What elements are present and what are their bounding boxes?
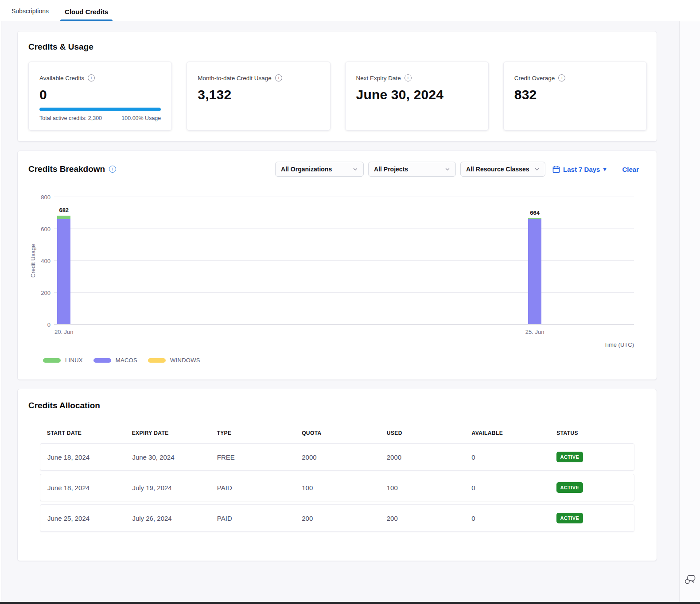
cell-quota: 200 — [295, 515, 379, 522]
credits-breakdown-section: Credits Breakdown All Organizations All … — [17, 151, 657, 380]
mtd-usage-card: Month-to-date Credit Usage 3,132 — [187, 62, 330, 131]
bottom-edge — [0, 602, 700, 604]
credits-allocation-section: Credits Allocation START DATE EXPIRY DAT… — [17, 389, 657, 561]
credit-overage-value: 832 — [514, 87, 636, 102]
main-content: Credits & Usage Available Credits 0 Tota… — [1, 21, 679, 602]
mtd-usage-value: 3,132 — [198, 87, 319, 102]
available-credits-label: Available Credits — [39, 75, 84, 81]
col-used: USED — [380, 430, 465, 436]
cell-available: 0 — [464, 453, 549, 461]
chart-bar-25-jun[interactable]: 664 — [528, 218, 541, 324]
available-credits-value: 0 — [39, 87, 161, 102]
cell-start-date: June 18, 2024 — [40, 484, 125, 492]
y-tick-label: 800 — [41, 194, 51, 201]
chart-y-axis-title: Credit Usage — [28, 197, 37, 325]
chart-legend: LINUX MACOS WINDOWS — [43, 357, 646, 364]
x-tick — [535, 325, 535, 327]
bar-total-label: 664 — [530, 209, 540, 216]
chevron-down-icon — [353, 166, 358, 172]
tab-subscriptions[interactable]: Subscriptions — [10, 8, 51, 21]
macos-swatch — [93, 358, 111, 363]
credit-overage-label: Credit Overage — [514, 75, 555, 81]
available-credits-card: Available Credits 0 Total active credits… — [28, 62, 172, 131]
legend-item-macos[interactable]: MACOS — [93, 357, 137, 364]
cell-start-date: June 18, 2024 — [40, 453, 125, 461]
chart-filters: All Organizations All Projects All Resou… — [275, 162, 646, 177]
cell-type: PAID — [210, 484, 295, 492]
projects-filter-dropdown[interactable]: All Projects — [368, 162, 456, 177]
chart-plot: 20. Jun68225. Jun664 — [54, 197, 634, 325]
x-tick — [64, 325, 64, 327]
credit-overage-card: Credit Overage 832 — [503, 62, 647, 131]
bar-segment-linux — [57, 216, 70, 220]
chart-x-axis-title: Time (UTC) — [28, 341, 634, 348]
next-expiry-value: June 30, 2024 — [356, 87, 478, 102]
credits-usage-title: Credits & Usage — [28, 42, 647, 52]
y-tick-label: 600 — [41, 226, 51, 232]
date-range-value: Last 7 Days — [563, 166, 600, 173]
gridline — [54, 228, 634, 229]
tab-cloud-credits[interactable]: Cloud Credits — [63, 8, 110, 21]
chevron-down-icon — [534, 166, 540, 172]
bar-segment-macos — [57, 219, 70, 324]
bar-total-label: 682 — [59, 207, 69, 213]
organizations-filter-dropdown[interactable]: All Organizations — [275, 162, 364, 177]
tab-bar: Subscriptions Cloud Credits — [0, 0, 700, 21]
credits-usage-section: Credits & Usage Available Credits 0 Tota… — [17, 31, 657, 142]
right-rail — [679, 21, 700, 602]
col-available: AVAILABLE — [465, 430, 550, 436]
caret-down-icon — [603, 166, 606, 173]
col-type: TYPE — [210, 430, 295, 436]
legend-item-linux[interactable]: LINUX — [43, 357, 83, 364]
chevron-down-icon — [445, 166, 450, 172]
projects-filter-value: All Projects — [374, 166, 408, 173]
credits-breakdown-title: Credits Breakdown — [28, 164, 105, 174]
bar-segment-macos — [528, 219, 541, 324]
cloud-credits-page: Subscriptions Cloud Credits Credits & Us… — [0, 0, 700, 604]
next-expiry-card: Next Expiry Date June 30, 2024 — [345, 62, 489, 131]
windows-swatch — [148, 358, 166, 363]
resource-classes-filter-dropdown[interactable]: All Resource Classes — [460, 162, 545, 177]
date-range-picker[interactable]: Last 7 Days — [552, 166, 606, 173]
cell-available: 0 — [464, 515, 549, 522]
total-active-credits: Total active credits: 2,300 — [39, 115, 102, 121]
status-badge: ACTIVE — [556, 513, 583, 523]
gridline — [54, 292, 634, 293]
cell-used: 200 — [380, 515, 464, 522]
col-quota: QUOTA — [295, 430, 380, 436]
chart-bar-20-jun[interactable]: 682 — [57, 216, 70, 325]
feedback-chat-button[interactable] — [684, 573, 696, 587]
y-tick-label: 200 — [41, 290, 51, 296]
usage-percent: 100.00% Usage — [121, 115, 161, 121]
cell-type: FREE — [210, 453, 295, 461]
info-icon[interactable] — [275, 74, 282, 81]
chat-bubbles-icon — [684, 573, 696, 585]
clear-filters-button[interactable]: Clear — [622, 166, 639, 173]
resource-classes-filter-value: All Resource Classes — [466, 166, 529, 173]
info-icon[interactable] — [88, 74, 95, 81]
cell-type: PAID — [210, 515, 295, 522]
credit-usage-chart: Credit Usage 0200400600800 20. Jun68225.… — [28, 197, 646, 325]
chart-y-axis: 0200400600800 — [37, 197, 54, 325]
stat-card-grid: Available Credits 0 Total active credits… — [28, 62, 647, 131]
info-icon[interactable] — [109, 166, 116, 173]
status-badge: ACTIVE — [556, 482, 583, 493]
cell-expiry-date: July 19, 2024 — [125, 484, 210, 492]
info-icon[interactable] — [404, 74, 412, 81]
col-start-date: START DATE — [40, 430, 125, 436]
credits-allocation-title: Credits Allocation — [28, 401, 646, 410]
legend-item-windows[interactable]: WINDOWS — [148, 357, 200, 364]
col-status: STATUS — [549, 430, 634, 436]
credits-allocation-table: START DATE EXPIRY DATE TYPE QUOTA USED A… — [40, 430, 634, 532]
next-expiry-label: Next Expiry Date — [356, 75, 401, 81]
info-icon[interactable] — [558, 74, 565, 81]
gridline — [54, 197, 634, 197]
cell-expiry-date: July 26, 2024 — [125, 515, 210, 522]
mtd-usage-label: Month-to-date Credit Usage — [198, 75, 272, 81]
table-row: June 25, 2024 July 26, 2024 PAID 200 200… — [40, 504, 634, 532]
table-row: June 18, 2024 July 19, 2024 PAID 100 100… — [40, 474, 634, 501]
status-badge: ACTIVE — [556, 452, 583, 462]
cell-start-date: June 25, 2024 — [40, 515, 125, 522]
col-expiry-date: EXPIRY DATE — [125, 430, 210, 436]
tab-cloud-credits-label: Cloud Credits — [65, 8, 108, 15]
